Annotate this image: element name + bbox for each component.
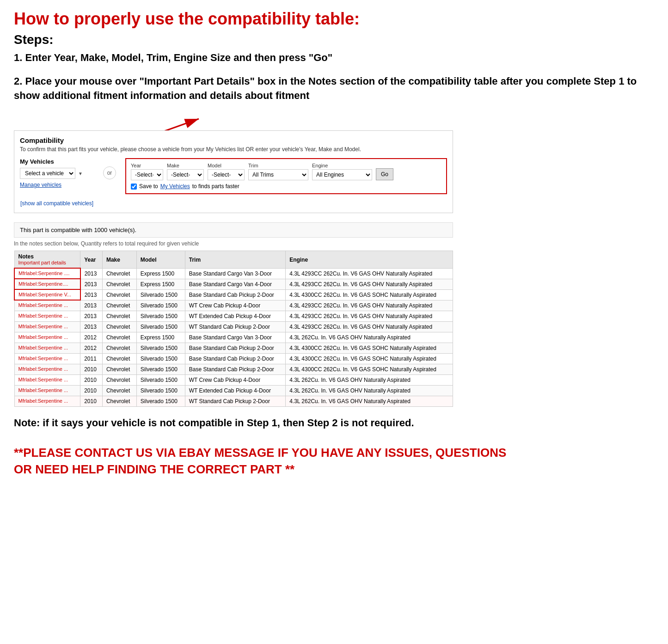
model-cell: Silverado 1500	[136, 300, 185, 311]
th-trim: Trim	[185, 251, 285, 269]
model-cell: Express 1500	[136, 268, 185, 279]
engine-cell: 4.3L 4293CC 262Cu. In. V6 GAS OHV Natura…	[286, 300, 453, 311]
engine-cell: 4.3L 4300CC 262Cu. In. V6 GAS SOHC Natur…	[286, 343, 453, 353]
table-row: Mfrlabel:Serpentine ...2013ChevroletSilv…	[14, 321, 453, 332]
engine-col: Engine All Engines	[312, 163, 372, 180]
year-col: Year -Select-	[131, 163, 163, 180]
notes-cell: Mfrlabel:Serpentine....	[14, 279, 80, 289]
show-all-link[interactable]: [show all compatible vehicles]	[20, 200, 94, 207]
model-cell: Silverado 1500	[136, 343, 185, 353]
table-row: Mfrlabel:Serpentine ...2013ChevroletSilv…	[14, 300, 453, 311]
vehicle-select[interactable]: Select a vehicle	[20, 168, 75, 179]
table-row: Mfrlabel:Serpentine ...2010ChevroletSilv…	[14, 364, 453, 374]
notes-cell: Mfrlabel:Serpentine ....	[14, 268, 80, 279]
year-cell: 2010	[80, 374, 103, 385]
trim-cell: Base Standard Cargo Van 3-Door	[185, 332, 285, 343]
notes-cell: Mfrlabel:Serpentine ...	[14, 385, 80, 396]
go-button[interactable]: Go	[376, 168, 393, 180]
year-cell: 2013	[80, 289, 103, 300]
make-cell: Chevrolet	[102, 321, 136, 332]
compat-count: This part is compatible with 1000 vehicl…	[20, 227, 136, 233]
model-cell: Silverado 1500	[136, 289, 185, 300]
my-vehicles-link[interactable]: My Vehicles	[160, 183, 190, 190]
model-col: Model -Select-	[208, 163, 245, 180]
make-cell: Chevrolet	[102, 268, 136, 279]
make-select[interactable]: -Select-	[167, 169, 204, 180]
notes-cell: Mfrlabel:Serpentine ...	[14, 332, 80, 343]
notes-cell: Mfrlabel:Serpentine ...	[14, 364, 80, 374]
trim-cell: WT Extended Cab Pickup 4-Door	[185, 385, 285, 396]
make-cell: Chevrolet	[102, 396, 136, 406]
notes-cell: Mfrlabel:Serpentine ...	[14, 343, 80, 353]
trim-cell: WT Crew Cab Pickup 4-Door	[185, 374, 285, 385]
engine-cell: 4.3L 262Cu. In. V6 GAS OHV Naturally Asp…	[286, 374, 453, 385]
year-cell: 2013	[80, 321, 103, 332]
table-row: Mfrlabel:Serpentine V...2013ChevroletSil…	[14, 289, 453, 300]
engine-cell: 4.3L 4300CC 262Cu. In. V6 GAS SOHC Natur…	[286, 353, 453, 364]
save-label: Save to	[139, 183, 158, 190]
notes-cell: Mfrlabel:Serpentine ...	[14, 374, 80, 385]
model-label: Model	[208, 163, 245, 168]
th-year: Year	[80, 251, 103, 269]
year-cell: 2013	[80, 300, 103, 311]
table-row: Mfrlabel:Serpentine ...2010ChevroletSilv…	[14, 385, 453, 396]
make-cell: Chevrolet	[102, 279, 136, 289]
year-cell: 2010	[80, 385, 103, 396]
main-title: How to properly use the compatibility ta…	[14, 9, 654, 29]
vehicle-form-box: Year -Select- Make -Select- Model -Selec…	[125, 158, 447, 194]
trim-select[interactable]: All Trims	[248, 169, 308, 180]
trim-cell: WT Extended Cab Pickup 4-Door	[185, 311, 285, 321]
engine-select[interactable]: All Engines	[312, 169, 372, 180]
model-cell: Silverado 1500	[136, 385, 185, 396]
trim-cell: Base Standard Cab Pickup 2-Door	[185, 364, 285, 374]
table-row: Mfrlabel:Serpentine....2013ChevroletExpr…	[14, 279, 453, 289]
model-cell: Express 1500	[136, 279, 185, 289]
table-row: Mfrlabel:Serpentine ....2013ChevroletExp…	[14, 268, 453, 279]
engine-cell: 4.3L 4293CC 262Cu. In. V6 GAS OHV Natura…	[286, 311, 453, 321]
quantity-note: In the notes section below, Quantity ref…	[14, 240, 453, 247]
make-cell: Chevrolet	[102, 343, 136, 353]
step2-text: 2. Place your mouse over "Important Part…	[14, 74, 654, 103]
notes-cell: Mfrlabel:Serpentine ...	[14, 396, 80, 406]
save-suffix: to finds parts faster	[192, 183, 239, 190]
make-cell: Chevrolet	[102, 364, 136, 374]
dropdown-arrow-icon: ▼	[78, 171, 83, 176]
make-col: Make -Select-	[167, 163, 204, 180]
compatibility-table: Notes Important part details Year Make M…	[14, 251, 453, 407]
trim-cell: WT Standard Cab Pickup 2-Door	[185, 396, 285, 406]
notes-cell: Mfrlabel:Serpentine ...	[14, 311, 80, 321]
make-cell: Chevrolet	[102, 289, 136, 300]
trim-cell: Base Standard Cab Pickup 2-Door	[185, 353, 285, 364]
manage-vehicles-link[interactable]: Manage vehicles	[20, 182, 94, 188]
model-select[interactable]: -Select-	[208, 169, 245, 180]
engine-cell: 4.3L 262Cu. In. V6 GAS OHV Naturally Asp…	[286, 396, 453, 406]
trim-cell: WT Crew Cab Pickup 4-Door	[185, 300, 285, 311]
table-row: Mfrlabel:Serpentine ...2010ChevroletSilv…	[14, 396, 453, 406]
save-checkbox[interactable]	[131, 184, 137, 190]
my-vehicles-label: My Vehicles	[20, 158, 94, 165]
or-divider: or	[103, 166, 116, 179]
model-cell: Silverado 1500	[136, 396, 185, 406]
make-cell: Chevrolet	[102, 374, 136, 385]
make-cell: Chevrolet	[102, 353, 136, 364]
th-notes: Notes Important part details	[14, 251, 80, 269]
make-cell: Chevrolet	[102, 311, 136, 321]
year-cell: 2010	[80, 396, 103, 406]
notes-cell: Mfrlabel:Serpentine V...	[14, 289, 80, 300]
trim-cell: Base Standard Cargo Van 4-Door	[185, 279, 285, 289]
notes-cell: Mfrlabel:Serpentine ...	[14, 300, 80, 311]
trim-label: Trim	[248, 163, 308, 168]
year-select[interactable]: -Select-	[131, 169, 163, 180]
make-cell: Chevrolet	[102, 385, 136, 396]
make-cell: Chevrolet	[102, 332, 136, 343]
th-model: Model	[136, 251, 185, 269]
engine-label: Engine	[312, 163, 372, 168]
save-checkbox-row: Save to My Vehicles to finds parts faste…	[131, 183, 441, 190]
trim-cell: WT Standard Cab Pickup 2-Door	[185, 321, 285, 332]
model-cell: Silverado 1500	[136, 321, 185, 332]
engine-cell: 4.3L 262Cu. In. V6 GAS OHV Naturally Asp…	[286, 385, 453, 396]
trim-col: Trim All Trims	[248, 163, 308, 180]
engine-cell: 4.3L 4293CC 262Cu. In. V6 GAS OHV Natura…	[286, 268, 453, 279]
table-row: Mfrlabel:Serpentine ...2010ChevroletSilv…	[14, 374, 453, 385]
engine-cell: 4.3L 4293CC 262Cu. In. V6 GAS OHV Natura…	[286, 279, 453, 289]
